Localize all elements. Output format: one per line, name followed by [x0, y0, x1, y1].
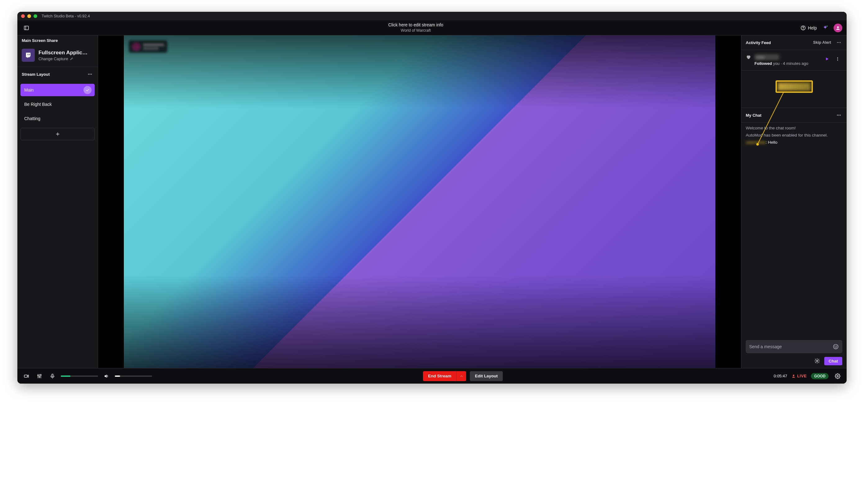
svg-point-32 — [38, 375, 38, 376]
capture-source: Fullscreen Applic… Change Capture — [17, 46, 98, 67]
svg-point-23 — [840, 115, 841, 116]
settings-button[interactable] — [833, 371, 842, 381]
sidebar-collapse-icon — [24, 25, 29, 31]
svg-point-26 — [836, 346, 837, 347]
svg-point-22 — [839, 115, 839, 116]
activity-item: user Followed you · 4 minutes ago — [741, 50, 847, 70]
check-icon — [85, 88, 90, 92]
play-icon — [825, 57, 829, 61]
svg-point-36 — [793, 375, 794, 376]
end-stream-caret[interactable] — [456, 371, 466, 381]
activity-username: user — [754, 54, 779, 60]
svg-point-5 — [837, 26, 839, 28]
svg-point-24 — [833, 345, 838, 349]
stream-preview[interactable] — [98, 35, 741, 368]
chat-automod: AutoMod has been enabled for this channe… — [746, 133, 842, 137]
mixer-button[interactable] — [35, 371, 44, 381]
svg-point-9 — [90, 74, 91, 75]
camera-toggle[interactable] — [22, 371, 31, 381]
plus-icon — [55, 132, 60, 136]
connection-quality: GOOD — [811, 373, 829, 379]
chat-send-button[interactable]: Chat — [824, 357, 842, 365]
svg-point-16 — [837, 57, 838, 58]
mic-toggle[interactable] — [48, 371, 57, 381]
window-controls — [21, 14, 37, 18]
svg-point-10 — [91, 74, 92, 75]
stream-info-title: Click here to edit stream info — [31, 22, 800, 28]
svg-rect-7 — [29, 54, 30, 55]
chat-input[interactable]: Send a message — [746, 340, 842, 353]
svg-point-17 — [837, 59, 838, 59]
emoji-icon[interactable] — [833, 344, 839, 350]
sliders-icon — [37, 373, 42, 379]
traffic-minimize[interactable] — [27, 14, 31, 18]
layout-more-button[interactable] — [85, 70, 95, 79]
user-avatar[interactable] — [833, 24, 842, 32]
activity-description: Followed you · 4 minutes ago — [754, 61, 819, 66]
end-stream-split: End Stream — [423, 371, 466, 381]
svg-point-37 — [837, 375, 839, 377]
scene-list: Main Be Right Back Chatting — [17, 81, 98, 143]
svg-rect-28 — [24, 375, 27, 377]
traffic-zoom[interactable] — [34, 14, 37, 18]
chat-welcome: Welcome to the chat room! — [746, 126, 842, 130]
activity-play-button[interactable] — [823, 54, 832, 64]
svg-rect-35 — [52, 374, 53, 376]
speaker-icon — [104, 373, 109, 379]
svg-point-14 — [839, 42, 839, 43]
add-scene-button[interactable] — [21, 128, 95, 140]
mic-volume-slider[interactable] — [61, 375, 98, 377]
traffic-close[interactable] — [21, 14, 25, 18]
sparkle-button[interactable] — [820, 23, 830, 33]
more-icon — [836, 113, 841, 118]
activity-more-button[interactable] — [834, 38, 843, 47]
collapse-panel-button[interactable] — [22, 23, 31, 33]
gear-icon — [835, 373, 840, 379]
svg-point-27 — [817, 360, 818, 362]
gear-icon — [814, 358, 820, 364]
svg-point-8 — [88, 74, 89, 75]
titlebar: Twitch Studio Beta - v0.92.4 — [17, 12, 847, 21]
preview-column — [98, 35, 741, 368]
end-stream-button[interactable]: End Stream — [423, 371, 456, 381]
chat-messages: Welcome to the chat room! AutoMod has be… — [741, 123, 847, 337]
avatar-icon — [835, 25, 841, 31]
svg-point-4 — [826, 25, 827, 26]
chat-more-button[interactable] — [834, 110, 843, 120]
svg-point-25 — [835, 346, 836, 347]
annotation-highlight — [776, 80, 813, 93]
chat-panel: Welcome to the chat room! AutoMod has be… — [741, 123, 847, 368]
chat-line: username: Hello — [746, 140, 842, 145]
help-icon — [800, 25, 806, 31]
app-header: Click here to edit stream info World of … — [17, 21, 847, 35]
preview-overlay-badge — [129, 40, 167, 53]
edit-layout-button[interactable]: Edit Layout — [470, 371, 503, 381]
change-capture-button[interactable]: Change Capture — [38, 57, 87, 61]
speaker-toggle[interactable] — [102, 371, 111, 381]
capture-thumb — [22, 49, 35, 62]
stream-timer: 0:05:47 — [774, 374, 787, 378]
stream-layout-header: Stream Layout — [17, 67, 98, 81]
pencil-icon — [70, 57, 74, 61]
help-button[interactable]: Help — [800, 25, 817, 31]
svg-rect-6 — [28, 54, 28, 55]
sparkle-icon — [822, 25, 828, 31]
chat-username: username — [746, 140, 766, 145]
more-icon — [87, 72, 93, 77]
skip-alert-button[interactable]: Skip Alert — [813, 40, 831, 45]
mic-icon — [50, 373, 55, 379]
activity-item-more[interactable] — [833, 54, 842, 64]
chat-input-placeholder: Send a message — [749, 344, 833, 349]
svg-point-21 — [837, 115, 838, 116]
preview-canvas — [124, 35, 715, 368]
heart-icon — [746, 54, 751, 60]
stream-info-button[interactable]: Click here to edit stream info World of … — [31, 22, 800, 33]
scene-brb[interactable]: Be Right Back — [21, 98, 95, 110]
sidebar-section-title: Main Screen Share — [17, 35, 98, 46]
scene-main[interactable]: Main — [21, 84, 95, 96]
chat-settings-button[interactable] — [813, 356, 822, 365]
svg-point-18 — [837, 60, 838, 61]
left-sidebar: Main Screen Share Fullscreen Applic… Cha… — [17, 35, 98, 368]
speaker-volume-slider[interactable] — [115, 375, 152, 377]
scene-chatting[interactable]: Chatting — [21, 112, 95, 125]
